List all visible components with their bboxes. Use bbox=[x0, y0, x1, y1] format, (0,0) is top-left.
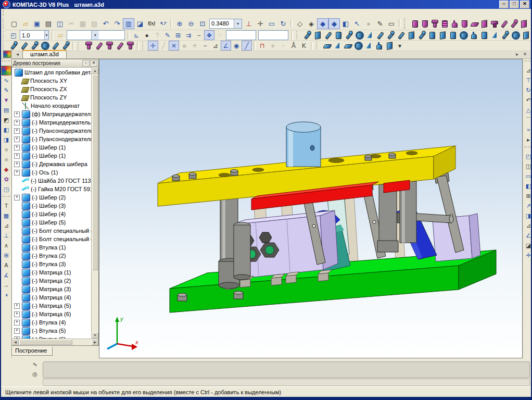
menu-window[interactable] bbox=[58, 12, 67, 14]
sketch-edit-icon[interactable]: ✎ bbox=[1, 85, 11, 95]
surface-lib-2[interactable] bbox=[332, 41, 343, 51]
tree-item[interactable]: + (-) Матрицедержатель bbox=[12, 118, 91, 127]
toolbar-grip[interactable] bbox=[78, 42, 81, 49]
mag-lib-5[interactable] bbox=[449, 19, 459, 28]
pin-lib-3[interactable] bbox=[104, 41, 115, 51]
scroll-down-icon[interactable]: ▼ bbox=[92, 332, 98, 339]
edit-icon[interactable]: ◩ bbox=[1, 115, 11, 125]
model-shank[interactable] bbox=[286, 122, 321, 167]
toolbar-grip[interactable] bbox=[2, 196, 10, 199]
preview-icon[interactable]: ◫ bbox=[54, 18, 66, 29]
tree-item[interactable]: (-) Матрица (3) bbox=[12, 285, 91, 293]
mag-lib-2[interactable] bbox=[420, 19, 429, 28]
document-tab[interactable]: штамп.a3d bbox=[22, 50, 67, 58]
blue-lib-14[interactable] bbox=[437, 30, 448, 40]
mag-lib-1[interactable] bbox=[410, 19, 420, 28]
blue-lib-5[interactable] bbox=[344, 30, 354, 40]
menu-operations[interactable] bbox=[33, 12, 42, 14]
gears-icon[interactable]: ✿ bbox=[1, 174, 11, 184]
tree-item[interactable]: + (-) Матрица (6) bbox=[12, 310, 91, 318]
tree-expand-icon[interactable]: + bbox=[14, 153, 20, 159]
r-mirror-icon[interactable]: ◨ bbox=[523, 211, 532, 221]
step-combo[interactable]: 1.0 ▾ bbox=[20, 30, 49, 40]
snap-point-icon[interactable]: ◉ bbox=[231, 41, 242, 51]
mag-lib-7[interactable] bbox=[469, 19, 479, 28]
r-text-icon[interactable]: ⊤ bbox=[523, 76, 532, 85]
tree-close-icon[interactable]: ✕ bbox=[90, 60, 97, 67]
tree-item[interactable]: (-) Болт специальный (2) bbox=[12, 235, 91, 243]
snap-intersection-icon[interactable]: ✕ bbox=[169, 41, 179, 51]
tree-expand-icon[interactable]: + bbox=[14, 195, 20, 201]
zoom-area-icon[interactable]: ⊡ bbox=[197, 18, 208, 29]
arrow-tool-icon[interactable]: → bbox=[1, 280, 11, 290]
blue-lib-13[interactable] bbox=[427, 30, 437, 40]
pan-icon[interactable]: ✛ bbox=[255, 18, 266, 29]
blue-lib-4[interactable] bbox=[333, 30, 344, 40]
toolbar-grip[interactable] bbox=[3, 31, 6, 39]
snap-local-icon[interactable]: ⁘ bbox=[214, 30, 225, 40]
blue-lib-16[interactable] bbox=[458, 30, 468, 40]
tree-expand-icon[interactable]: + bbox=[14, 161, 20, 167]
pin-lib-1[interactable] bbox=[83, 41, 94, 51]
r-sketch-icon[interactable]: ⊿ bbox=[523, 66, 532, 76]
tree-item[interactable]: + (-) Шибер (1) bbox=[12, 143, 91, 152]
surface-lib-6[interactable] bbox=[374, 41, 384, 51]
measure-grid-icon[interactable]: ⊞ bbox=[1, 251, 11, 260]
tab-nav-right-icon[interactable]: ▸ bbox=[513, 51, 521, 58]
tab-nav-left-icon[interactable]: ◂ bbox=[14, 51, 21, 58]
blue-lib-21[interactable] bbox=[510, 30, 521, 40]
pin-lib-2[interactable] bbox=[94, 41, 104, 51]
what-is-this-icon[interactable]: ↖? bbox=[157, 18, 169, 29]
annotation-icon[interactable]: A bbox=[1, 260, 11, 270]
blue-lib-17[interactable] bbox=[468, 30, 479, 40]
r-axis-icon[interactable]: ↗ bbox=[523, 201, 532, 211]
combo-dropdown-icon[interactable]: ▾ bbox=[91, 31, 99, 40]
snap-center-icon[interactable]: ○ bbox=[179, 41, 189, 51]
snap-axis-icon[interactable]: ╱ bbox=[242, 41, 252, 51]
snap-angle-icon[interactable]: ∠ bbox=[221, 41, 231, 51]
tree-item[interactable]: (-) Шибер (5) bbox=[12, 218, 91, 227]
mag-lib-10[interactable] bbox=[499, 19, 509, 28]
open-icon[interactable]: ▱ bbox=[20, 18, 31, 29]
query-icon[interactable]: ? bbox=[152, 30, 162, 40]
toolbar-grip[interactable] bbox=[3, 18, 6, 28]
mag-lib-12[interactable] bbox=[518, 19, 528, 28]
zoom-out-icon[interactable]: ⊖ bbox=[185, 18, 197, 29]
aux-combo-1[interactable] bbox=[226, 30, 256, 40]
blue-lib-19[interactable] bbox=[489, 30, 500, 40]
copy-icon[interactable]: ▦ bbox=[77, 18, 88, 29]
tree-pin-icon[interactable]: ▫ bbox=[82, 60, 90, 67]
screw-lib-3[interactable] bbox=[29, 41, 40, 51]
tree-expand-icon[interactable]: + bbox=[14, 170, 20, 176]
cut-icon[interactable]: ✂ bbox=[66, 18, 77, 29]
scroll-up-icon[interactable]: ▲ bbox=[92, 68, 98, 74]
edit-part-icon[interactable]: ◧ bbox=[1, 125, 11, 135]
tree-expand-icon[interactable]: + bbox=[14, 111, 20, 117]
spline-icon[interactable]: ∿ bbox=[1, 76, 11, 85]
mag-lib-13[interactable] bbox=[528, 19, 532, 28]
tree-expand-icon[interactable]: + bbox=[14, 136, 20, 142]
blue-lib-3[interactable] bbox=[323, 30, 333, 40]
doc-properties-icon[interactable]: ✎ bbox=[374, 18, 386, 29]
r-rotate-icon[interactable]: ↻ bbox=[523, 85, 532, 95]
toolbar-overflow-icon[interactable]: ▾ bbox=[395, 41, 405, 51]
surface-lib-7[interactable] bbox=[384, 41, 395, 51]
zoom-scale-combo[interactable]: 0.3480 ▾ bbox=[209, 19, 242, 29]
toolbar-grip[interactable] bbox=[3, 42, 6, 49]
restore-button[interactable]: □ bbox=[510, 1, 519, 8]
tree-item[interactable]: (-) Шибер (4) bbox=[12, 210, 91, 218]
r-polyline-icon[interactable]: △ bbox=[523, 105, 532, 115]
snap-normal-icon[interactable]: ⊿ bbox=[210, 41, 221, 51]
tree-root[interactable]: Штамп для пробивки деталей bbox=[12, 68, 91, 77]
r-plane-icon[interactable]: ▭ bbox=[523, 171, 532, 181]
tree-expand-icon[interactable]: + bbox=[14, 303, 20, 309]
magnet-icon[interactable]: ⊓ bbox=[257, 41, 268, 51]
tree-item[interactable]: (-) Шибер (3) bbox=[12, 202, 91, 210]
tree-expand-icon[interactable]: + bbox=[14, 320, 20, 326]
paste-icon[interactable]: ▨ bbox=[88, 18, 100, 29]
surface-lib-5[interactable] bbox=[363, 41, 374, 51]
snap-midpoint-icon[interactable]: ╱ bbox=[158, 41, 169, 51]
aux-combo-2[interactable] bbox=[258, 30, 288, 40]
placement-combo[interactable]: ▾ bbox=[67, 30, 125, 40]
minimize-button[interactable]: – bbox=[499, 1, 509, 8]
